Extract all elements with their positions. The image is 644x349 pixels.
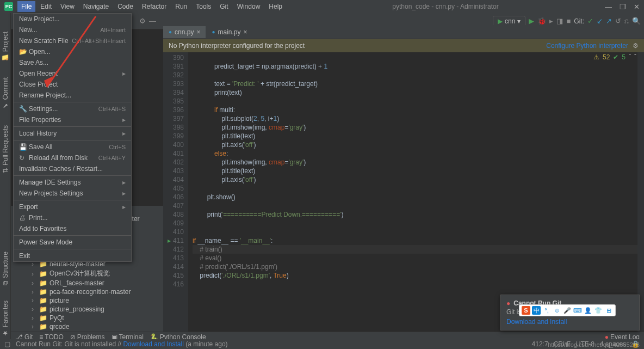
ime-user-icon[interactable]: 👤 bbox=[584, 306, 592, 315]
close-icon[interactable]: × bbox=[196, 28, 200, 36]
maximize-button[interactable]: ❐ bbox=[620, 3, 626, 11]
tab-main[interactable]: ●main.py× bbox=[206, 26, 253, 38]
menu-rename-project[interactable]: Rename Project... bbox=[14, 90, 131, 101]
menu-file[interactable]: File bbox=[17, 1, 35, 12]
git-push-icon[interactable]: ↗ bbox=[606, 17, 612, 25]
tree-node[interactable]: ›📁picture bbox=[11, 296, 163, 305]
menu-refactor[interactable]: Refactor bbox=[138, 1, 170, 12]
gutter: 3903913923933943953963973983994004014024… bbox=[163, 52, 188, 332]
menu-close-project[interactable]: Close Project bbox=[14, 79, 131, 90]
menu-bar: File Edit View Navigate Code Refactor Ru… bbox=[17, 1, 286, 12]
tree-node[interactable]: ›📁qrcode bbox=[11, 322, 163, 331]
menu-new[interactable]: New...Alt+Insert bbox=[14, 25, 131, 35]
menu-save-as[interactable]: Save As... bbox=[14, 57, 131, 68]
ime-toolbar[interactable]: S 中 °, ☺ 🎤 ⌨ 👤 👕 ⊞ bbox=[519, 304, 616, 316]
editor-area: ●cnn.py× ●main.py× No Python interpreter… bbox=[163, 25, 644, 332]
left-tool-strip: 📁Project ✔Commit ⇅Pull Requests ⧉Structu… bbox=[0, 13, 11, 339]
run-config-icon: ▶ bbox=[498, 17, 503, 25]
tree-node[interactable]: ›📁OpenCv3计算机视觉 bbox=[11, 268, 163, 279]
app-icon: PC bbox=[4, 2, 13, 11]
run-config-label: cnn bbox=[505, 17, 515, 25]
close-icon[interactable]: × bbox=[244, 28, 247, 36]
debug-button[interactable]: 🐞 bbox=[537, 17, 546, 25]
menu-view[interactable]: View bbox=[57, 1, 78, 12]
ime-tool-icon[interactable]: ⊞ bbox=[604, 306, 613, 315]
code-content[interactable]: predict_target = np.argmax(predict) + 1 … bbox=[188, 52, 644, 332]
tab-structure[interactable]: ⧉Structure bbox=[1, 249, 10, 287]
tab-cnn[interactable]: ●cnn.py× bbox=[163, 26, 206, 38]
ime-punct-icon[interactable]: °, bbox=[542, 306, 551, 315]
banner-link[interactable]: Configure Python interpreter bbox=[546, 42, 628, 50]
status-icon[interactable]: ▢ bbox=[4, 340, 10, 348]
menu-help[interactable]: Help bbox=[265, 1, 286, 12]
close-button[interactable]: ✕ bbox=[634, 3, 640, 11]
ime-skin-icon[interactable]: 👕 bbox=[594, 306, 603, 315]
menu-navigate[interactable]: Navigate bbox=[79, 1, 113, 12]
settings-icon[interactable]: ⚙ bbox=[139, 17, 146, 25]
menu-open-recent[interactable]: Open Recent▸ bbox=[14, 68, 131, 79]
gear-icon[interactable]: ⚙ bbox=[633, 42, 639, 50]
ime-voice-icon[interactable]: 🎤 bbox=[563, 306, 572, 315]
status-message: Cannot Run Git: Git is not installed // … bbox=[16, 340, 228, 348]
menu-invalidate[interactable]: Invalidate Caches / Restart... bbox=[14, 163, 131, 174]
status-link[interactable]: Download and Install bbox=[123, 340, 183, 348]
error-icon: ● bbox=[506, 299, 510, 307]
menu-reload[interactable]: ↻Reload All from DiskCtrl+Alt+Y bbox=[14, 152, 131, 163]
history-icon[interactable]: ↺ bbox=[615, 17, 621, 25]
marker-bar[interactable] bbox=[637, 52, 644, 332]
minimize-button[interactable]: — bbox=[605, 3, 612, 11]
menu-add-favorites[interactable]: Add to Favorites bbox=[14, 223, 131, 234]
menu-edit[interactable]: Edit bbox=[36, 1, 55, 12]
menu-git[interactable]: Git bbox=[216, 1, 232, 12]
tree-node[interactable]: ›📁ORL_faces-master bbox=[11, 279, 163, 287]
git-commit-icon[interactable]: ↙ bbox=[597, 17, 603, 25]
stop-button[interactable]: ■ bbox=[566, 17, 571, 25]
menu-tools[interactable]: Tools bbox=[192, 1, 215, 12]
window-title: python_code - cnn.py - Administrator bbox=[286, 3, 605, 10]
watermark: https://blog.csdn.net/qq_42855293 bbox=[548, 341, 640, 348]
tab-pull-requests[interactable]: ⇅Pull Requests bbox=[1, 123, 10, 175]
menu-run[interactable]: Run bbox=[171, 1, 191, 12]
menu-print[interactable]: 🖨Print... bbox=[14, 212, 131, 223]
menu-manage-ide[interactable]: Manage IDE Settings▸ bbox=[14, 177, 131, 188]
menu-power-save[interactable]: Power Save Mode bbox=[14, 237, 131, 248]
dropdown-icon: ▾ bbox=[517, 17, 521, 25]
tab-commit[interactable]: ✔Commit bbox=[1, 75, 10, 112]
git-update-icon[interactable]: ✓ bbox=[587, 17, 593, 25]
run-button[interactable]: ▶ bbox=[529, 17, 534, 25]
ime-sogou-icon[interactable]: S bbox=[522, 306, 530, 315]
ime-keyboard-icon[interactable]: ⌨ bbox=[573, 306, 582, 315]
notif-action[interactable]: Download and Install bbox=[506, 318, 634, 326]
menu-new-project[interactable]: New Project... bbox=[14, 14, 131, 25]
caret-position[interactable]: 412:7 bbox=[532, 340, 548, 348]
inspection-summary[interactable]: ⚠52 ✔5 ˆˇ bbox=[593, 53, 636, 61]
ime-lang-icon[interactable]: 中 bbox=[532, 306, 541, 315]
tab-project[interactable]: 📁Project bbox=[1, 29, 10, 64]
menu-window[interactable]: Window bbox=[233, 1, 264, 12]
menu-settings[interactable]: 🔧Settings...Ctrl+Alt+S bbox=[14, 103, 131, 114]
code-editor[interactable]: 3903913923933943953963973983994004014024… bbox=[163, 52, 644, 332]
tree-node[interactable]: ›📁picture_processing bbox=[11, 305, 163, 314]
banner-message: No Python interpreter configured for the… bbox=[169, 42, 305, 50]
menu-new-projects-settings[interactable]: New Projects Settings▸ bbox=[14, 188, 131, 199]
tree-node[interactable]: ›📁PyQt bbox=[11, 314, 163, 322]
search-icon[interactable]: 🔍 bbox=[632, 17, 641, 25]
menu-file-properties[interactable]: File Properties▸ bbox=[14, 114, 131, 125]
interpreter-banner: No Python interpreter configured for the… bbox=[163, 39, 644, 52]
menu-export[interactable]: Export▸ bbox=[14, 201, 131, 212]
menu-new-scratch[interactable]: New Scratch FileCtrl+Alt+Shift+Insert bbox=[14, 35, 131, 46]
coverage-button[interactable]: ▸ bbox=[549, 17, 553, 25]
rollback-icon[interactable]: ⎌ bbox=[624, 17, 629, 25]
menu-save-all[interactable]: 💾Save AllCtrl+S bbox=[14, 142, 131, 152]
collapse-icon[interactable]: — bbox=[149, 17, 156, 25]
git-label: Git: bbox=[574, 17, 584, 25]
menu-local-history[interactable]: Local History▸ bbox=[14, 128, 131, 139]
tab-favorites[interactable]: ★Favorites bbox=[1, 298, 10, 339]
profile-button[interactable]: ◨ bbox=[556, 17, 563, 25]
tree-node[interactable]: ›📁pca-face-recognition-master bbox=[11, 287, 163, 296]
menu-exit[interactable]: Exit bbox=[14, 250, 131, 261]
menu-code[interactable]: Code bbox=[114, 1, 137, 12]
titlebar: PC File Edit View Navigate Code Refactor… bbox=[0, 0, 644, 13]
menu-open[interactable]: 📂Open... bbox=[14, 46, 131, 57]
ime-emoji-icon[interactable]: ☺ bbox=[553, 306, 561, 315]
